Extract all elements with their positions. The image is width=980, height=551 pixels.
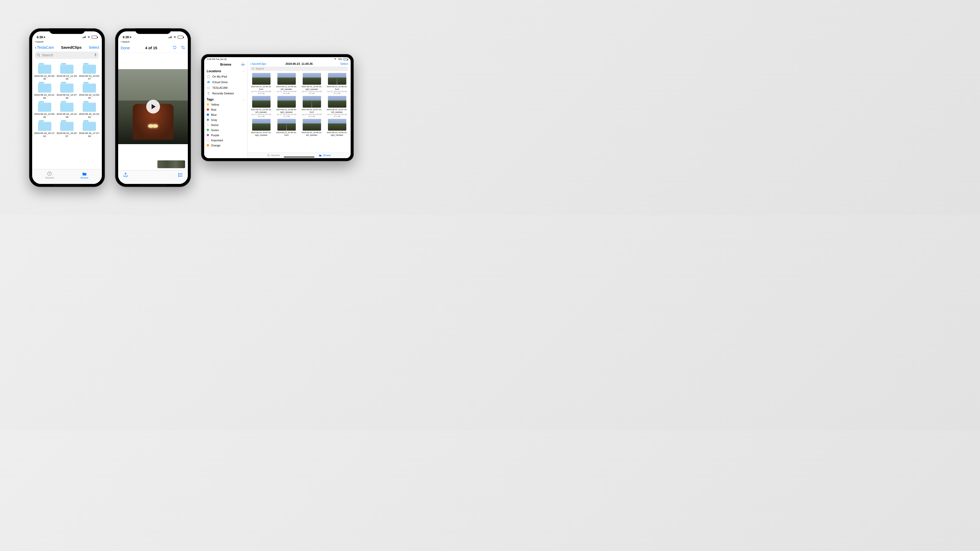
folder-item[interactable]: 2019-06-12_20-20-40 (34, 62, 56, 81)
done-button[interactable]: Done (121, 46, 130, 50)
folder-item[interactable]: 2019-06-16_14-56-49 (34, 100, 56, 119)
video-file[interactable]: 2019-06-23_10-59-32-right_repeaterJun 23… (300, 73, 323, 95)
video-file[interactable]: 2019-06-23_10-59-32-frontJun 23, 2019 at… (250, 73, 273, 95)
home-indicator[interactable] (139, 185, 167, 186)
folder-icon (60, 63, 73, 74)
folder-item[interactable]: 2019-06-16_15-17-52 (34, 120, 56, 138)
page-counter: 4 of 15 (145, 46, 158, 50)
file-name: 2019-06-23_10-58-32-left_repeater (250, 108, 273, 114)
search-input[interactable]: Search (250, 67, 348, 71)
share-icon[interactable] (123, 172, 128, 179)
folder-name: 2019-06-16_14-52-35 (78, 94, 100, 100)
more-button[interactable]: ••• (241, 62, 245, 67)
home-indicator[interactable] (53, 185, 81, 186)
svg-rect-0 (83, 37, 83, 38)
sidebar-item-label: Blue (211, 113, 217, 116)
sidebar-tag[interactable]: Home (204, 122, 247, 127)
sidebar-tag[interactable]: Yellow (204, 102, 247, 107)
video-thumbnail (303, 119, 321, 130)
folder-item[interactable]: 2019-06-16_15-12-58 (56, 100, 78, 119)
video-file[interactable]: 2019-06-23_10-59-32-left_repeaterJun 23,… (275, 73, 298, 95)
sidebar-item-label: Yellow (211, 103, 219, 106)
back-button[interactable]: ‹ SavedClips (250, 62, 266, 65)
file-name: 2019-06-23_10-56-31-left_repeater (300, 131, 323, 137)
select-button[interactable]: Select (89, 45, 99, 49)
folder-item[interactable]: 2019-06-16_15-22-57 (56, 120, 78, 138)
microphone-icon[interactable] (94, 53, 97, 57)
sidebar-tag[interactable]: Blue (204, 112, 247, 118)
cloud-icon (207, 80, 210, 84)
sidebar-tag[interactable]: Purple (204, 133, 247, 138)
svg-line-5 (39, 56, 40, 57)
folder-item[interactable]: 2019-06-13_11-23-26 (56, 62, 78, 81)
svg-rect-11 (171, 36, 172, 38)
tab-recents[interactable]: Recents (32, 169, 67, 181)
sidebar-header: Browse ••• (204, 61, 247, 68)
sidebar-tag[interactable]: Red (204, 107, 247, 112)
folder-item[interactable]: 2019-06-16_14-52-35 (78, 81, 100, 100)
folder-item[interactable]: 2019-06-16_17-27-38 (78, 120, 100, 138)
tags-header[interactable]: Tags ⌄ (204, 96, 247, 102)
svg-rect-2 (84, 37, 85, 38)
folder-name: 2019-06-16_14-56-49 (34, 113, 56, 119)
battery-icon (178, 36, 183, 38)
video-file[interactable]: 2019-06-23_10-58-32-right_repeaterJun 23… (275, 96, 298, 118)
file-name: 2019-06-23_10-57-31-right_repeater (250, 131, 273, 137)
video-preview[interactable] (118, 69, 188, 144)
sidebar-tag[interactable]: Orange (204, 143, 247, 148)
folder-icon (319, 154, 322, 157)
file-meta: Jun 23, 2019 at 8:58 AM29.4 MB (325, 114, 348, 118)
video-file[interactable]: 2019-06-23_10-58-32-left_repeaterJun 23,… (250, 96, 273, 118)
chevron-down-icon: ⌄ (242, 98, 245, 101)
sidebar-location[interactable]: TESLACAM (204, 85, 247, 91)
tag-dot-icon (207, 129, 209, 131)
tag-dot-icon (207, 124, 209, 126)
list-icon[interactable] (178, 172, 183, 179)
file-name: 2019-06-23_10-56-31-right_repeater (325, 131, 348, 137)
folder-item[interactable]: 2019-06-16_15-15-40 (78, 100, 100, 119)
svg-rect-10 (170, 37, 171, 38)
folder-name: 2019-06-16_14-47-39 (56, 94, 78, 100)
back-to-search[interactable]: Search (118, 40, 188, 44)
svg-point-4 (37, 54, 40, 56)
folder-item[interactable]: 2019-06-15_19-21-56 (34, 81, 56, 100)
svg-point-14 (178, 176, 179, 176)
location-arrow-icon: ➤ (43, 36, 45, 38)
file-name: 2019-06-23_10-59-32-right_repeater (300, 86, 323, 91)
locations-header[interactable]: Locations ⌄ (204, 68, 247, 74)
sidebar-tag[interactable]: Gray (204, 118, 247, 122)
crop-icon[interactable] (181, 45, 185, 51)
search-input[interactable]: Search (35, 52, 99, 59)
video-file[interactable]: 2019-06-23_10-57-31-left_repeaterJun 23,… (325, 96, 348, 118)
video-file[interactable]: 2019-06-23_10-57-31-right_repeater (250, 119, 273, 137)
rotate-icon[interactable] (172, 45, 177, 51)
sidebar-location[interactable]: Recently Deleted (204, 91, 247, 96)
sidebar-location[interactable]: On My iPad (204, 74, 247, 79)
back-to-search[interactable]: Search (32, 40, 102, 44)
folder-icon (83, 82, 96, 93)
sidebar-tag[interactable]: Important (204, 138, 247, 143)
video-file[interactable]: 2019-06-23_10-57-31-frontJun 23, 2019 at… (300, 96, 323, 118)
tab-browse[interactable]: Browse (67, 169, 102, 181)
sidebar-location[interactable]: iCloud Drive (204, 79, 247, 85)
video-file[interactable]: 2019-06-23_10-56-31-front (275, 119, 298, 137)
folder-item[interactable]: 2019-06-16_14-47-39 (56, 81, 78, 100)
video-file[interactable]: 2019-06-23_10-56-31-left_repeater (300, 119, 323, 137)
nav-bar: ‹ TeslaCam SavedClips Select (32, 44, 102, 52)
file-meta: Jun 23, 2019 at 9:00 AM26.6 MB (250, 91, 273, 95)
video-file[interactable]: 2019-06-23_10-58-32-frontJun 23, 2019 at… (325, 73, 348, 95)
play-button[interactable] (146, 100, 160, 114)
video-file[interactable]: 2019-06-23_10-56-31-right_repeater (325, 119, 348, 137)
location-arrow-icon: ➤ (129, 36, 131, 38)
folder-name: 2019-06-16_15-12-58 (56, 113, 78, 119)
status-time: 6:39 (123, 35, 129, 39)
tab-recents-label: Recents (271, 154, 280, 157)
file-name: 2019-06-23_10-56-31-front (275, 131, 298, 137)
folder-icon (60, 82, 73, 93)
back-button[interactable]: ‹ TeslaCam (35, 45, 54, 49)
chevron-down-icon: ⌄ (242, 69, 245, 73)
sidebar-tag[interactable]: Green (204, 127, 247, 133)
select-button[interactable]: Select (340, 62, 348, 65)
folder-item[interactable]: 2019-06-13_19-53-47 (78, 62, 100, 81)
filmstrip[interactable] (118, 160, 188, 170)
